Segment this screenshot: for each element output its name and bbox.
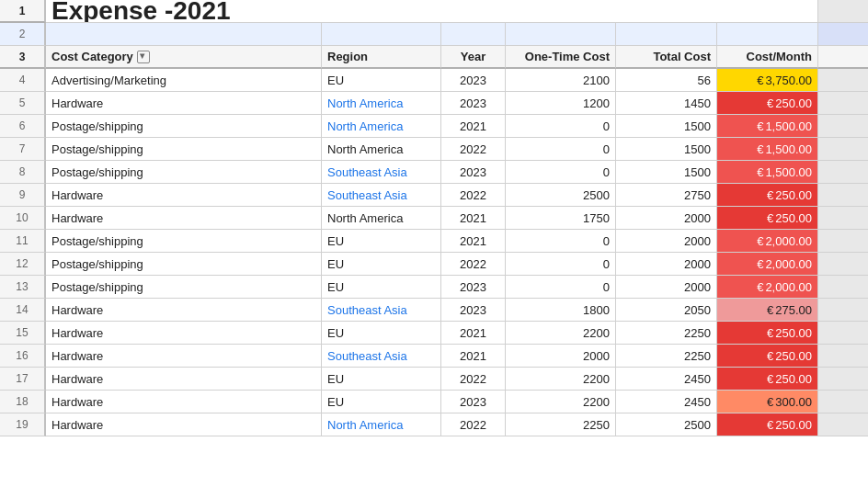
cost-month-value-6: 1,500.00 [765, 119, 812, 133]
cell-e-17: 2450 [616, 368, 717, 391]
cell-e-19: 2500 [616, 413, 717, 436]
cell-f-5: €250.00 [717, 92, 818, 115]
cell-a-13: Postage/shipping [46, 276, 322, 299]
header-region: Region [322, 46, 441, 69]
cell-b-16[interactable]: Southeast Asia [322, 345, 441, 368]
cell-a-12: Postage/shipping [46, 253, 322, 276]
cell-f-19: €250.00 [717, 413, 818, 436]
row-num-10: 10 [0, 207, 46, 230]
row2-b [322, 23, 441, 46]
row2-c [441, 23, 506, 46]
cost-month-value-4: 3,750.00 [765, 74, 812, 87]
row2-e [616, 23, 717, 46]
header-cost-category[interactable]: Cost Category [46, 46, 322, 69]
row-num-1: 1 [0, 0, 46, 23]
cell-f-11: €2,000.00 [717, 230, 818, 253]
cell-a-15: Hardware [46, 322, 322, 345]
euro-sign-8: € [757, 165, 763, 179]
cell-e-14: 2050 [616, 299, 717, 322]
cell-a-7: Postage/shipping [46, 138, 322, 161]
cell-d-16: 2000 [506, 345, 616, 368]
row-num-16: 16 [0, 345, 46, 368]
euro-sign-11: € [757, 234, 763, 248]
row-num-9: 9 [0, 184, 46, 207]
header-cost-month: Cost/Month [717, 46, 818, 69]
cell-e-4: 56 [616, 69, 717, 92]
cell-f-12: €2,000.00 [717, 253, 818, 276]
cell-b-9[interactable]: Southeast Asia [322, 184, 441, 207]
title-cell: Expense -2021 [46, 0, 818, 23]
cell-d-15: 2200 [506, 322, 616, 345]
cell-b-8[interactable]: Southeast Asia [322, 161, 441, 184]
cell-b-14[interactable]: Southeast Asia [322, 299, 441, 322]
euro-sign-15: € [767, 326, 773, 340]
g-col-15 [818, 322, 868, 345]
cell-c-18: 2023 [441, 391, 506, 413]
header-one-time-cost: One-Time Cost [506, 46, 616, 69]
cell-e-15: 2250 [616, 322, 717, 345]
g-col-10 [818, 207, 868, 230]
euro-sign-12: € [757, 257, 763, 271]
g-col-14 [818, 299, 868, 322]
cell-c-8: 2023 [441, 161, 506, 184]
cell-b-6[interactable]: North America [322, 115, 441, 138]
g-col-1 [818, 0, 868, 23]
cell-f-17: €250.00 [717, 368, 818, 391]
row2-f [717, 23, 818, 46]
g-col-19 [818, 413, 868, 436]
cell-c-15: 2021 [441, 322, 506, 345]
cell-c-10: 2021 [441, 207, 506, 230]
cell-b-5[interactable]: North America [322, 92, 441, 115]
cost-month-value-18: 300.00 [775, 395, 812, 409]
cell-a-19: Hardware [46, 413, 322, 436]
cell-d-7: 0 [506, 138, 616, 161]
cell-a-14: Hardware [46, 299, 322, 322]
cell-d-6: 0 [506, 115, 616, 138]
cell-e-16: 2250 [616, 345, 717, 368]
row-num-18: 18 [0, 391, 46, 413]
g-col-7 [818, 138, 868, 161]
cell-a-18: Hardware [46, 391, 322, 413]
cell-e-8: 1500 [616, 161, 717, 184]
cell-d-9: 2500 [506, 184, 616, 207]
cell-d-14: 1800 [506, 299, 616, 322]
euro-sign-6: € [757, 119, 763, 133]
row-num-13: 13 [0, 276, 46, 299]
cost-month-value-17: 250.00 [775, 372, 812, 386]
cost-month-value-19: 250.00 [775, 418, 812, 432]
cell-b-13: EU [322, 276, 441, 299]
row-num-17: 17 [0, 368, 46, 391]
cost-month-value-5: 250.00 [775, 96, 812, 110]
cell-c-9: 2022 [441, 184, 506, 207]
cell-b-15: EU [322, 322, 441, 345]
g-col-8 [818, 161, 868, 184]
cell-f-18: €300.00 [717, 391, 818, 413]
euro-sign-17: € [767, 372, 773, 386]
cell-c-4: 2023 [441, 69, 506, 92]
cost-month-value-13: 2,000.00 [765, 280, 812, 294]
cell-a-6: Postage/shipping [46, 115, 322, 138]
cell-d-13: 0 [506, 276, 616, 299]
g-col-5 [818, 92, 868, 115]
row-num-2: 2 [0, 23, 46, 46]
filter-icon[interactable] [137, 51, 150, 63]
cell-c-19: 2022 [441, 413, 506, 436]
cell-b-19[interactable]: North America [322, 413, 441, 436]
cell-c-7: 2022 [441, 138, 506, 161]
cell-c-16: 2021 [441, 345, 506, 368]
g-col-18 [818, 391, 868, 413]
cell-f-9: €250.00 [717, 184, 818, 207]
cell-e-9: 2750 [616, 184, 717, 207]
cell-f-7: €1,500.00 [717, 138, 818, 161]
g-col-13 [818, 276, 868, 299]
euro-sign-7: € [757, 142, 763, 156]
cell-c-5: 2023 [441, 92, 506, 115]
grid: 1 Expense -2021 2 3 Cost Category Region… [0, 0, 868, 436]
row-num-8: 8 [0, 161, 46, 184]
cost-month-value-10: 250.00 [775, 211, 812, 225]
cost-month-value-12: 2,000.00 [765, 257, 812, 271]
cell-f-10: €250.00 [717, 207, 818, 230]
cell-f-8: €1,500.00 [717, 161, 818, 184]
row-num-15: 15 [0, 322, 46, 345]
euro-sign-4: € [757, 74, 763, 87]
